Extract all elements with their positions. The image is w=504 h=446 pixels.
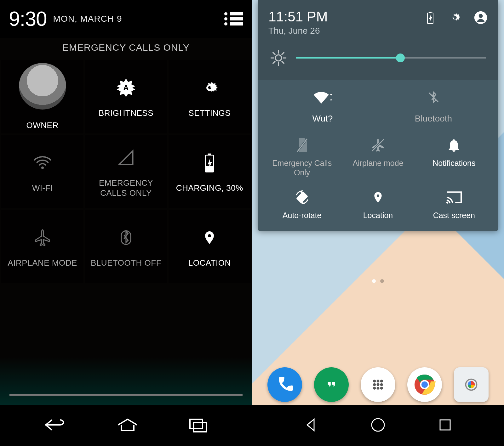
settings-button[interactable] <box>449 11 462 25</box>
camera-app-icon[interactable] <box>454 367 489 402</box>
tile-cast[interactable]: Cast screen <box>416 189 492 220</box>
tile-label: Emergency Calls Only <box>272 158 332 177</box>
wifi-icon <box>312 89 333 105</box>
svg-point-44 <box>421 381 428 388</box>
location-icon <box>197 225 222 250</box>
svg-marker-24 <box>330 94 332 96</box>
auto-rotate-icon <box>293 189 311 206</box>
svg-line-20 <box>273 53 275 55</box>
tile-bluetooth[interactable]: BLUETOOTH OFF <box>85 210 167 283</box>
wifi-icon <box>30 150 55 175</box>
brightness-slider[interactable] <box>296 57 486 59</box>
phone-app-icon[interactable] <box>267 367 302 402</box>
svg-rect-4 <box>208 153 211 155</box>
tile-wifi[interactable]: WI-FI <box>1 135 83 208</box>
tile-label: CHARGING, 30% <box>176 183 243 193</box>
brightness-slider-row <box>258 42 498 80</box>
tile-label: BRIGHTNESS <box>99 108 153 118</box>
tile-airplane[interactable]: AIRPLANE MODE <box>1 210 83 283</box>
tile-sim[interactable]: Emergency Calls Only <box>264 136 340 177</box>
tile-settings[interactable]: SETTINGS <box>169 60 251 133</box>
tile-label: OWNER <box>26 120 59 131</box>
svg-line-22 <box>273 61 275 64</box>
back-button[interactable] <box>43 417 68 434</box>
pager-dot <box>380 279 384 283</box>
signal-icon <box>113 145 139 170</box>
chrome-app-icon[interactable] <box>407 367 442 402</box>
page-indicator <box>252 279 504 283</box>
svg-point-32 <box>446 202 448 204</box>
svg-rect-8 <box>190 419 203 429</box>
navigation-bar <box>252 405 504 446</box>
brightness-icon: A <box>113 75 139 100</box>
svg-marker-25 <box>330 99 332 100</box>
pager-dot <box>372 279 376 283</box>
clock: 11:51 PM <box>268 9 328 25</box>
tile-label: WI-FI <box>32 183 53 193</box>
recents-button[interactable] <box>187 417 209 434</box>
tile-cellular[interactable]: EMERGENCY CALLS ONLY <box>85 135 167 208</box>
user-button[interactable] <box>474 11 488 25</box>
gear-icon <box>197 75 222 100</box>
tile-label: Wut? <box>312 114 333 124</box>
home-button[interactable] <box>369 416 387 435</box>
tile-label: Airplane mode <box>352 158 403 168</box>
tile-label: Bluetooth <box>415 114 452 124</box>
tile-label: LOCATION <box>188 258 231 268</box>
tile-wifi[interactable]: Wut? <box>267 89 378 124</box>
svg-point-47 <box>372 419 384 431</box>
notification-handle[interactable] <box>9 394 243 396</box>
brightness-icon <box>270 50 287 66</box>
svg-point-14 <box>479 14 483 18</box>
svg-point-33 <box>373 380 376 382</box>
navigation-bar <box>0 405 252 446</box>
svg-point-35 <box>380 380 383 382</box>
svg-point-37 <box>377 383 380 386</box>
svg-line-21 <box>282 61 284 64</box>
hangouts-app-icon[interactable] <box>314 367 349 402</box>
tile-airplane[interactable]: Airplane mode <box>340 136 416 177</box>
svg-rect-9 <box>194 422 206 432</box>
tile-label: Auto-rotate <box>283 211 322 220</box>
battery-charging-icon <box>197 150 222 175</box>
svg-point-39 <box>373 387 376 390</box>
back-button[interactable] <box>302 416 320 435</box>
airplane-off-icon <box>369 136 387 154</box>
tile-label: BLUETOOTH OFF <box>91 258 161 268</box>
airplane-icon <box>30 225 55 250</box>
svg-point-41 <box>380 387 383 390</box>
date: MON, MARCH 9 <box>53 14 122 24</box>
dock <box>252 367 504 402</box>
tile-location[interactable]: Location <box>340 189 416 220</box>
no-sim-icon <box>293 136 311 154</box>
avatar <box>19 63 66 110</box>
tile-notifications[interactable]: Notifications <box>416 136 492 177</box>
tile-owner[interactable]: OWNER <box>1 60 83 133</box>
carrier-banner: EMERGENCY CALLS ONLY <box>0 38 252 60</box>
tile-battery[interactable]: CHARGING, 30% <box>169 135 251 208</box>
quick-settings-grid: OWNER A BRIGHTNESS SETTINGS WI-FI EMERGE… <box>0 60 252 283</box>
tile-bluetooth[interactable]: Bluetooth <box>378 89 489 124</box>
tile-label: Notifications <box>432 158 475 168</box>
tile-label: Cast screen <box>433 211 475 220</box>
quick-settings-toggle-icon[interactable] <box>224 12 243 25</box>
clock: 9:30 <box>9 7 47 31</box>
tile-label: Location <box>363 211 393 220</box>
tile-brightness[interactable]: A BRIGHTNESS <box>85 60 167 133</box>
svg-point-15 <box>275 55 282 61</box>
recents-button[interactable] <box>436 416 454 435</box>
bluetooth-icon <box>113 225 139 250</box>
tile-rotate[interactable]: Auto-rotate <box>264 189 340 220</box>
svg-point-2 <box>41 167 44 169</box>
app-drawer-icon[interactable] <box>361 367 395 402</box>
phone-kitkat: 9:30 MON, MARCH 9 EMERGENCY CALLS ONLY O… <box>0 0 252 446</box>
home-button[interactable] <box>115 417 140 434</box>
svg-point-34 <box>377 380 380 382</box>
quick-settings-shade: 11:51 PM Thu, June 26 <box>258 0 498 231</box>
svg-point-40 <box>377 387 380 390</box>
svg-rect-48 <box>440 420 450 430</box>
svg-rect-11 <box>429 12 432 13</box>
tile-location[interactable]: LOCATION <box>169 210 251 283</box>
status-bar: 9:30 MON, MARCH 9 <box>0 0 252 38</box>
svg-marker-12 <box>429 14 432 22</box>
